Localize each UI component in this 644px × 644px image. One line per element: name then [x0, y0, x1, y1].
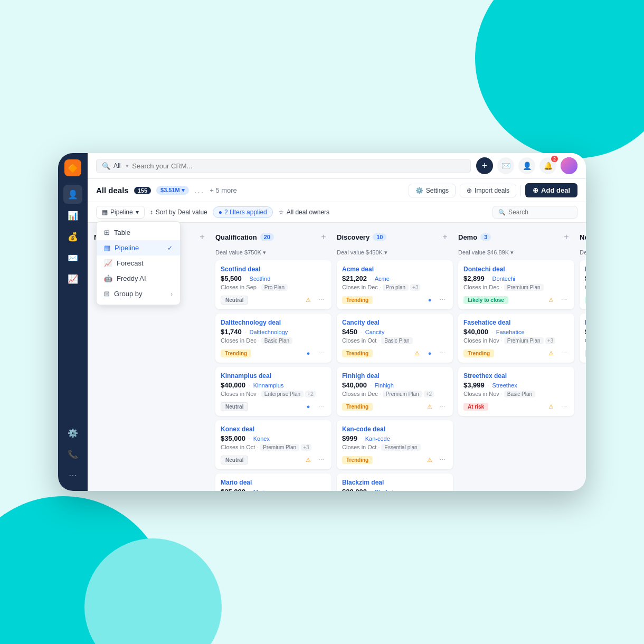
col-add-qualification[interactable]: + — [318, 231, 329, 243]
notifications-icon-btn[interactable]: 🔔 2 — [539, 157, 556, 174]
deal-card[interactable]: Finhigh deal $40,000 ·Finhigh Closes in … — [337, 367, 453, 416]
deal-card[interactable]: Dontechi deal $2,899 ·Dontechi Closes in… — [458, 260, 574, 309]
col-add-demo[interactable]: + — [561, 231, 572, 243]
deal-value: $20,000 — [342, 488, 367, 491]
more-options-icon[interactable]: ⋯ — [437, 295, 448, 305]
sidebar-logo[interactable]: 🔶 — [64, 159, 81, 176]
col-add-new[interactable]: + — [196, 231, 208, 243]
deal-meta: Closes in Nov · Premium Plan +3 — [463, 337, 569, 344]
sidebar-icon-contacts[interactable]: 👤 — [63, 185, 82, 204]
col-header-discovery: Discovery10+ — [337, 229, 453, 245]
warn-icon[interactable]: ⚠ — [303, 295, 314, 305]
deal-card[interactable]: Streethex deal $3,999 ·Streethex Closes … — [458, 367, 574, 416]
deal-card[interactable]: Mario deal $25,000 ·Mario Closes in Oct … — [215, 473, 332, 491]
sidebar-icon-settings[interactable]: ⚙️ — [63, 423, 82, 442]
dropdown-item-table[interactable]: ⊞ Table — [97, 225, 180, 240]
deal-card[interactable]: Kan-code deal $999 ·Kan-code Closes in O… — [337, 420, 453, 469]
forecast-icon: 📈 — [104, 259, 112, 267]
warn-icon[interactable]: ⚠ — [303, 454, 314, 465]
warn-icon[interactable]: ⚠ — [424, 454, 435, 465]
deal-card[interactable]: Dalttechnology deal $1,740 ·Dalttechnolo… — [215, 314, 332, 363]
more-options-icon[interactable]: ⋯ — [558, 401, 569, 412]
sidebar-icon-phone[interactable]: 📞 — [63, 444, 82, 463]
info-icon[interactable]: ● — [303, 348, 314, 358]
sidebar-icon-email[interactable]: ✉️ — [63, 248, 82, 267]
warn-icon[interactable]: ⚠ — [424, 401, 435, 412]
info-icon[interactable]: ● — [424, 295, 435, 305]
all-filter-chevron[interactable]: ▾ — [126, 163, 129, 169]
deal-meta: Closes in Nov · Enterprise Plan +2 — [221, 391, 326, 397]
dot-sep: · — [370, 489, 372, 491]
more-options-icon[interactable]: ⋯ — [316, 348, 326, 358]
filters-chip[interactable]: ● 2 filters applied — [213, 206, 273, 218]
col-header-negotiation: Negotiation+ — [580, 229, 586, 245]
extra-tag: +2 — [305, 391, 315, 397]
deal-actions: ● ⋯ — [303, 348, 326, 358]
deal-card[interactable]: Cancity deal $450 ·Cancity Closes in Oct… — [337, 314, 453, 363]
sidebar-icon-more[interactable]: ⋯ — [63, 466, 82, 485]
sidebar-icon-deals[interactable]: 💰 — [63, 227, 82, 246]
email-icon-btn[interactable]: ✉️ — [497, 157, 514, 174]
deal-value: $450 — [342, 328, 357, 336]
sort-filter[interactable]: ↕ Sort by Deal value — [150, 209, 207, 216]
user-avatar[interactable] — [561, 157, 577, 174]
dropdown-item-forecast[interactable]: 📈 Forecast — [97, 255, 180, 271]
warn-icon[interactable]: ⚠ — [546, 295, 556, 305]
deal-card[interactable]: Bioholding deal $40,000 Closes in Oct Go… — [580, 314, 586, 363]
sidebar-icon-analytics[interactable]: 📈 — [63, 269, 82, 288]
contacts-icon-btn[interactable]: 👤 — [518, 157, 535, 174]
deal-actions: ⚠ ⋯ — [303, 454, 326, 465]
deal-card[interactable]: Acme deal $21,202 ·Acme Closes in Dec · … — [337, 260, 453, 309]
deal-card[interactable]: Konmatfix deal $45,000 Closes in Oct · P… — [580, 260, 586, 309]
pipeline-dropdown[interactable]: ▦ Pipeline ▾ — [96, 206, 145, 219]
more-options-icon[interactable]: ⋯ — [558, 295, 569, 305]
deal-actions: ● ⋯ — [424, 295, 448, 305]
crm-search-input[interactable] — [132, 162, 465, 170]
dot-sep: · — [245, 329, 247, 335]
info-icon[interactable]: ● — [303, 401, 314, 412]
pipeline-menu-icon: ▦ — [104, 244, 110, 252]
more-options-icon[interactable]: ⋯ — [558, 348, 569, 358]
settings-button[interactable]: ⚙️ Settings — [409, 184, 456, 197]
deal-card[interactable]: Fasehatice deal $40,000 ·Fasehatice Clos… — [458, 314, 574, 363]
more-options-icon[interactable]: ⋯ — [316, 401, 326, 412]
more-options-icon[interactable]: ⋯ — [437, 348, 448, 358]
toolbar-dots-btn[interactable]: ... — [194, 186, 204, 195]
more-options-icon[interactable]: ⋯ — [316, 454, 326, 465]
warn-icon[interactable]: ⚠ — [412, 348, 422, 358]
deal-card[interactable]: Blackzim deal $20,000 ·Blackzim Closes i… — [337, 473, 453, 491]
owners-filter[interactable]: ☆ All deal owners — [278, 209, 329, 216]
import-button[interactable]: ⊕ Import deals — [460, 184, 516, 197]
deal-value-badge[interactable]: $3.51M ▾ — [156, 186, 189, 195]
sidebar-icon-reports[interactable]: 📊 — [63, 206, 82, 225]
dropdown-item-groupby[interactable]: ⊟ Group by › — [97, 286, 180, 301]
add-button[interactable]: + — [476, 157, 493, 174]
dot-sep: · — [370, 276, 372, 282]
subtoolbar-search-input[interactable] — [508, 209, 572, 216]
add-deal-button[interactable]: ⊕ Add deal — [525, 183, 577, 197]
status-badge: Gone cold — [585, 349, 586, 357]
col-add-discovery[interactable]: + — [439, 231, 451, 243]
more-options-icon[interactable]: ⋯ — [437, 454, 448, 465]
warn-icon[interactable]: ⚠ — [546, 401, 556, 412]
deal-name: Fasehatice deal — [463, 319, 569, 326]
more-options-icon[interactable]: ⋯ — [316, 295, 326, 305]
dropdown-item-freddy[interactable]: 🤖 Freddy AI — [97, 271, 180, 286]
groupby-arrow: › — [171, 290, 173, 298]
warn-icon[interactable]: ⚠ — [546, 348, 556, 358]
deal-card[interactable]: Scotfind deal $5,500 ·Scotfind Closes in… — [215, 260, 332, 309]
subtoolbar: ▦ Pipeline ▾ ↕ Sort by Deal value ● 2 fi… — [88, 202, 586, 223]
status-badge: Likely to close — [585, 296, 586, 304]
info-icon[interactable]: ● — [424, 348, 435, 358]
deal-actions: ⚠ ⋯ — [424, 401, 448, 412]
more-options-icon[interactable]: ⋯ — [437, 401, 448, 412]
groupby-icon: ⊟ — [104, 290, 110, 298]
deal-value: $21,202 — [342, 274, 367, 282]
dot-sep: · — [361, 436, 362, 442]
dropdown-item-pipeline[interactable]: ▦ Pipeline ✓ — [97, 240, 180, 255]
deal-card[interactable]: Konex deal $35,000 ·Konex Closes in Oct … — [215, 420, 332, 469]
deal-card[interactable]: Kinnamplus deal $40,000 ·Kinnamplus Clos… — [215, 367, 332, 416]
more-link[interactable]: + 5 more — [210, 186, 237, 194]
pipeline-icon: ▦ — [102, 209, 108, 216]
all-filter-label[interactable]: All — [113, 162, 122, 169]
